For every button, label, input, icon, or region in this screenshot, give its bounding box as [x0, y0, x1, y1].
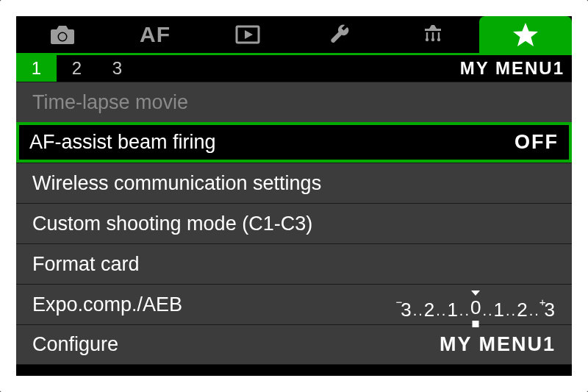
playback-icon — [233, 24, 262, 45]
svg-marker-3 — [245, 30, 253, 39]
star-icon — [512, 21, 539, 48]
menu-list: Time-lapse movie AF-assist beam firing O… — [16, 82, 572, 365]
expo-pointer-top-icon — [471, 291, 480, 296]
page-1[interactable]: 1 — [16, 55, 57, 82]
camera-icon — [48, 24, 77, 46]
svg-rect-7 — [426, 32, 428, 38]
menu-item-label: Custom shooting mode (C1-C3) — [32, 213, 312, 235]
expo-dot: . — [529, 303, 534, 318]
menu-item-label: Expo.comp./AEB — [32, 293, 182, 316]
tab-playback[interactable] — [201, 16, 294, 53]
custom-fn-icon — [418, 23, 448, 46]
expo-dot: . — [534, 303, 539, 318]
expo-dot: . — [482, 303, 487, 318]
page-2[interactable]: 2 — [57, 55, 97, 82]
expo-pointer-bottom-icon — [473, 321, 479, 327]
camera-my-menu-screen: AF 1 2 3 MY MENU1 — [0, 0, 588, 392]
expo-minus-sign: − — [395, 296, 402, 307]
expo-tick: 1 — [447, 300, 457, 319]
tab-custom-functions[interactable] — [387, 16, 479, 53]
expo-dot: . — [465, 303, 469, 318]
exposure-scale: − 3 .. 2 .. 1 .. 0 .. 1 .. 2 .. + 3 — [395, 290, 556, 319]
wrench-icon — [328, 22, 353, 47]
expo-dot: . — [506, 303, 510, 318]
svg-point-4 — [426, 38, 429, 41]
expo-tick: 2 — [517, 300, 527, 319]
menu-item-label: Time-lapse movie — [32, 91, 188, 114]
expo-dot: . — [436, 303, 440, 318]
menu-item-wireless[interactable]: Wireless communication settings — [16, 163, 572, 203]
svg-rect-9 — [438, 32, 440, 38]
svg-point-6 — [437, 38, 440, 41]
tab-af[interactable]: AF — [109, 16, 201, 53]
tab-setup[interactable] — [294, 16, 387, 53]
expo-center: 0 — [470, 296, 481, 319]
svg-marker-10 — [513, 23, 538, 46]
expo-dot: . — [418, 303, 423, 318]
af-icon: AF — [140, 22, 171, 47]
menu-item-label: Configure — [32, 333, 118, 356]
expo-plus-sign: + — [539, 296, 546, 307]
svg-rect-8 — [432, 32, 434, 38]
menu-item-custom-shooting[interactable]: Custom shooting mode (C1-C3) — [16, 203, 572, 243]
page-label: MY MENU1 — [460, 55, 572, 82]
expo-dot: . — [488, 303, 492, 318]
expo-dot: . — [459, 303, 464, 318]
menu-item-configure[interactable]: Configure MY MENU1 — [16, 324, 572, 365]
menu-item-label: Wireless communication settings — [32, 172, 321, 195]
menu-item-format-card[interactable]: Format card — [16, 243, 572, 284]
expo-dot: . — [413, 303, 417, 318]
expo-tick: 2 — [424, 300, 434, 319]
expo-tick: 1 — [494, 300, 504, 319]
menu-item-expo-comp[interactable]: Expo.comp./AEB − 3 .. 2 .. 1 .. 0 .. 1 .… — [16, 284, 572, 324]
svg-point-1 — [59, 33, 66, 40]
menu-item-timelapse: Time-lapse movie — [16, 82, 572, 122]
tab-my-menu[interactable] — [479, 16, 572, 53]
menu-item-value: OFF — [514, 131, 559, 154]
svg-point-5 — [431, 38, 434, 41]
page-3[interactable]: 3 — [97, 55, 137, 82]
expo-dot: . — [442, 303, 446, 318]
menu-item-label: Format card — [32, 253, 140, 276]
expo-center-value: 0 — [470, 296, 481, 318]
main-tab-strip: AF — [16, 16, 572, 53]
page-spacer — [137, 55, 460, 82]
menu-item-label: AF-assist beam firing — [29, 131, 216, 154]
menu-item-value: MY MENU1 — [440, 333, 556, 356]
tab-shoot[interactable] — [16, 16, 109, 53]
page-strip: 1 2 3 MY MENU1 — [16, 55, 572, 82]
menu-item-af-assist[interactable]: AF-assist beam firing OFF — [16, 122, 572, 163]
expo-dot: . — [512, 303, 516, 318]
